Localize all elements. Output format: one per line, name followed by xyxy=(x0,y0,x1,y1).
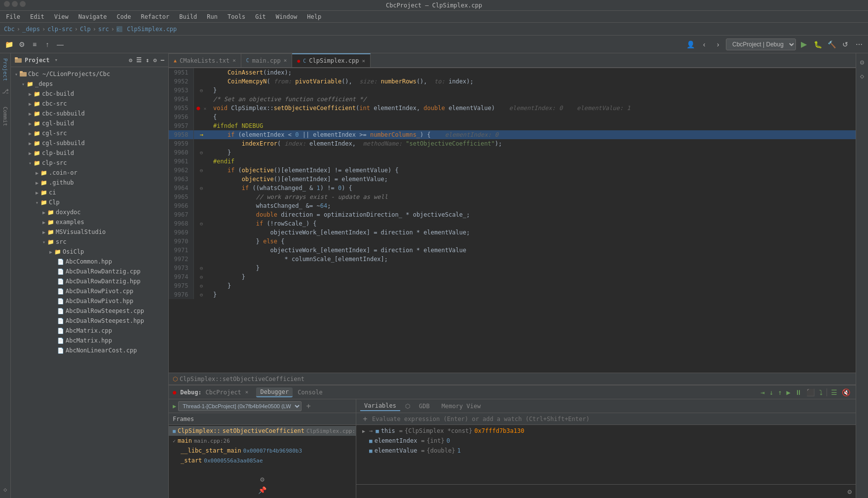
menu-refactor[interactable]: Refactor xyxy=(139,12,171,21)
fold-icon-955[interactable]: ✕ xyxy=(204,106,206,111)
nav-clp-src[interactable]: clp-src xyxy=(47,26,73,33)
debug-button[interactable]: 🐛 xyxy=(812,38,824,50)
frame-libc[interactable]: __libc_start_main 0x00007fb4b96980b3 xyxy=(169,446,356,456)
tab-clpsimplex-cpp[interactable]: ● C ClpSimplex.cpp × xyxy=(292,53,371,67)
var-this[interactable]: ▶ → ■ this = {ClpSimplex *const} 0x7fffd… xyxy=(356,426,856,436)
fold-icon-964[interactable]: ⊖ xyxy=(200,185,203,192)
tab-cmakelists[interactable]: ▲ CMakeLists.txt × xyxy=(169,53,241,67)
tree-abcdrs-hpp[interactable]: ▶ 📄 AbcDualRowSteepest.hpp xyxy=(11,316,168,326)
menu-git[interactable]: Git xyxy=(253,12,268,21)
tree-cgl-src[interactable]: ▶ 📁 cgl-src xyxy=(11,128,168,138)
tree-msvisualstudio[interactable]: ▶ 📁 MSVisualStudio xyxy=(11,227,168,237)
menu-window[interactable]: Window xyxy=(274,12,299,21)
commit-tab[interactable]: Commit xyxy=(1,105,9,128)
tree-abcmatrix-hpp[interactable]: ▶ 📄 AbcMatrix.hpp xyxy=(11,336,168,345)
pin-bottom-icon[interactable]: 📌 xyxy=(258,486,266,494)
forward-btn[interactable]: › xyxy=(712,38,724,50)
tree-cbc-subbuild[interactable]: ▶ 📁 cbc-subbuild xyxy=(11,109,168,118)
frames-icon[interactable]: ☰ xyxy=(830,387,839,397)
tree-abcdrp-cpp[interactable]: ▶ 📄 AbcDualRowPivot.cpp xyxy=(11,286,168,296)
project-sort-btn[interactable]: ↕ xyxy=(146,57,149,64)
tree-abccommon-hpp[interactable]: ▶ 📄 AbcCommon.hpp xyxy=(11,257,168,267)
step-into-icon[interactable]: ↓ xyxy=(768,387,775,397)
var-this-expand[interactable]: ▶ xyxy=(362,428,365,434)
maximize-btn[interactable] xyxy=(20,1,26,7)
tree-abcmatrix-cpp[interactable]: ▶ 📄 AbcMatrix.cpp xyxy=(11,326,168,336)
var-elementvalue[interactable]: ▶ ■ elementValue = {double} 1 xyxy=(356,446,856,456)
tree-clp[interactable]: ▾ 📁 Clp xyxy=(11,197,168,207)
project-icon-btn[interactable]: 📁 xyxy=(3,38,15,50)
nav-src[interactable]: src xyxy=(98,26,109,33)
menu-build[interactable]: Build xyxy=(177,12,199,21)
git-icon[interactable]: ⎇ xyxy=(1,88,9,96)
list-btn[interactable]: ≡ xyxy=(29,38,40,50)
fold-icon-975[interactable]: ⊖ xyxy=(200,283,203,289)
tree-src[interactable]: ▾ 📁 src xyxy=(11,237,168,247)
expression-input[interactable] xyxy=(372,416,852,422)
nav-file[interactable]: C ClpSimplex.cpp xyxy=(116,26,177,33)
build-btn[interactable]: 🔨 xyxy=(826,38,837,50)
step-out-icon[interactable]: ↑ xyxy=(776,387,783,397)
var-elementindex[interactable]: ▶ ■ elementIndex = {int} 0 xyxy=(356,436,856,446)
tree-doxydoc[interactable]: ▶ 📁 doxydoc xyxy=(11,207,168,217)
breakpoint-icon[interactable]: ● xyxy=(196,105,200,112)
tab-main-close[interactable]: × xyxy=(284,57,287,64)
frame-clpsimplex[interactable]: ■ ClpSimplex::setObjectiveCoefficient Cl… xyxy=(169,426,356,436)
settings-right-icon[interactable]: ⚙ xyxy=(848,488,852,496)
back-btn[interactable]: ‹ xyxy=(698,38,710,50)
tab-memory-view[interactable]: Memory View xyxy=(438,402,485,411)
bookmark-icon[interactable]: ◇ xyxy=(1,486,9,494)
tab-variables[interactable]: Variables xyxy=(360,401,400,411)
up-btn[interactable]: ↑ xyxy=(41,38,53,50)
project-config-selector[interactable]: CbcProject | Debug xyxy=(726,38,796,50)
debug-tab-debugger[interactable]: Debugger xyxy=(256,387,293,397)
nav-deps[interactable]: _deps xyxy=(22,26,40,33)
settings-btn[interactable]: ⚙ xyxy=(16,38,28,50)
tab-main-cpp[interactable]: C main.cpp × xyxy=(241,53,292,67)
menu-run[interactable]: Run xyxy=(205,12,220,21)
run-to-cursor-icon[interactable]: ⤵ xyxy=(818,387,824,397)
project-layout-btn[interactable]: ☰ xyxy=(136,57,142,64)
project-close-btn[interactable]: — xyxy=(161,57,164,64)
fold-icon-968[interactable]: ⊖ xyxy=(200,221,203,227)
menu-navigate[interactable]: Navigate xyxy=(76,12,109,21)
tree-ci[interactable]: ▶ 📁 ci xyxy=(11,188,168,197)
mute-icon[interactable]: 🔇 xyxy=(840,387,852,397)
tree-examples[interactable]: ▶ 📁 examples xyxy=(11,217,168,227)
fold-icon-973[interactable]: ⊖ xyxy=(200,265,203,271)
sidebar-right-icon1[interactable]: ⚙ xyxy=(857,57,867,67)
project-dropdown-icon[interactable]: ▾ xyxy=(55,57,58,63)
tab-cmakelists-close[interactable]: × xyxy=(232,57,236,64)
settings-bottom-icon[interactable]: ⚙ xyxy=(260,475,264,483)
fold-icon-960[interactable]: ⊖ xyxy=(200,150,203,156)
debug-session-label[interactable]: CbcProject xyxy=(206,389,241,396)
menu-code[interactable]: Code xyxy=(115,12,133,21)
tab-clpsimplex-close[interactable]: × xyxy=(362,58,365,64)
menu-tools[interactable]: Tools xyxy=(226,12,247,21)
menu-file[interactable]: File xyxy=(4,12,22,21)
tree-deps[interactable]: ▾ 📁 _deps xyxy=(11,79,168,89)
fold-icon-962[interactable]: ⊖ xyxy=(200,167,203,174)
menu-help[interactable]: Help xyxy=(305,12,323,21)
frame-main[interactable]: ✓ main main.cpp:26 xyxy=(169,436,356,446)
tree-abcnlc-cpp[interactable]: ▶ 📄 AbcNonLinearCost.cpp xyxy=(11,345,168,355)
tree-abcdrd-cpp[interactable]: ▶ 📄 AbcDualRowDantzig.cpp xyxy=(11,267,168,276)
sidebar-right-icon2[interactable]: ◇ xyxy=(857,71,867,81)
tree-cgl-build[interactable]: ▶ 📁 cgl-build xyxy=(11,118,168,128)
code-editor[interactable]: 9951 CoinAssert(index); 9952 CoinMemcpyN… xyxy=(169,68,856,373)
tree-osiclp[interactable]: ▶ 📁 OsiClp xyxy=(11,247,168,257)
stop-icon[interactable]: ⬛ xyxy=(805,387,816,397)
add-expression-btn[interactable]: + xyxy=(360,414,370,424)
project-settings-btn[interactable]: ⚙ xyxy=(129,57,132,64)
project-gear-btn[interactable]: ⚙ xyxy=(153,57,157,64)
step-over-icon[interactable]: ⇥ xyxy=(759,387,766,397)
close-panel-btn[interactable]: — xyxy=(54,38,66,50)
menu-view[interactable]: View xyxy=(52,12,71,21)
run-button[interactable]: ▶ xyxy=(798,38,810,50)
tree-cbc-src[interactable]: ▶ 📁 cbc-src xyxy=(11,99,168,109)
fold-icon[interactable]: ⊖ xyxy=(200,87,203,94)
tree-abcdrd-hpp[interactable]: ▶ 📄 AbcDualRowDantzig.hpp xyxy=(11,276,168,286)
reload-btn[interactable]: ↺ xyxy=(839,38,851,50)
project-tab[interactable]: Project xyxy=(1,56,9,83)
resume-icon[interactable]: ▶ xyxy=(785,387,792,397)
